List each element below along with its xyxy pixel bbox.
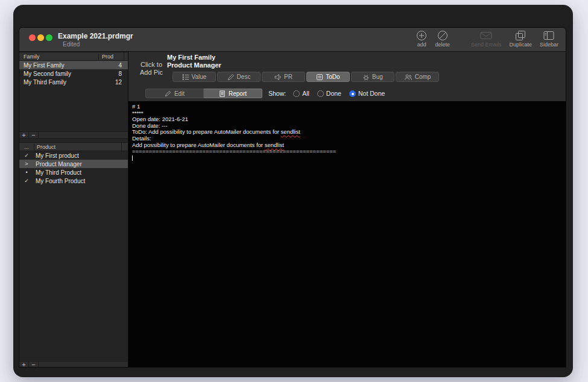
report-line-number: # 1: [132, 104, 561, 110]
family-prod-count: 12: [98, 79, 124, 86]
delete-button[interactable]: delete: [435, 30, 450, 48]
misspelled-word: sendlist: [281, 128, 300, 135]
sidebar-label: Sidebar: [540, 42, 558, 48]
duplicate-button[interactable]: Duplicate: [509, 30, 532, 48]
report-button[interactable]: Report: [204, 89, 262, 98]
main-panel: Click to Add Pic My First Family Product…: [128, 52, 566, 367]
todo-clipboard-icon: [316, 74, 323, 81]
product-status-marker: ✓: [19, 152, 34, 158]
prod-header-label: Prod: [98, 54, 124, 60]
window-edited-status: Edited: [63, 41, 80, 48]
device-frame: Example 2021.prdmgr Edited add delete: [13, 5, 573, 377]
minimize-button[interactable]: [37, 34, 44, 41]
family-name: My Second family: [19, 70, 98, 77]
pencil-icon: [227, 74, 235, 81]
category-tabs: Value Desc PR: [172, 72, 439, 82]
radio-circle: [293, 90, 300, 97]
show-filter-group: All Done Not Done: [293, 90, 385, 97]
radio-circle: [349, 90, 356, 97]
tab-label: ToDo: [326, 74, 340, 80]
edit-pencil-icon: [165, 90, 171, 97]
product-name: My First product: [34, 152, 128, 159]
bug-icon: [362, 74, 370, 81]
mode-row: Edit Report Show: All: [145, 89, 385, 98]
report-line-separator: ========================================…: [132, 148, 561, 155]
selected-family-title: My First Family: [167, 54, 215, 61]
sidebar-toggle-button[interactable]: Sidebar: [540, 30, 558, 48]
product-row[interactable]: ✓ My First product: [19, 151, 128, 160]
family-table-header: Family Prod: [19, 52, 128, 61]
product-row[interactable]: > Product Manager: [19, 160, 128, 168]
product-name: My Fourth Product: [34, 178, 128, 184]
product-status-marker: •: [19, 169, 34, 175]
tab-value[interactable]: Value: [172, 72, 216, 82]
report-text-area[interactable]: # 1 ***** Open date: 2021-6-21 Done date…: [128, 102, 566, 367]
radio-label: Done: [326, 90, 341, 97]
duplicate-label: Duplicate: [509, 42, 532, 48]
family-name: My First Family: [19, 62, 98, 69]
product-row[interactable]: ✓ My Fourth Product: [19, 177, 128, 185]
family-name: My Third Family: [19, 79, 98, 86]
radio-show-all[interactable]: All: [293, 90, 309, 97]
product-add-button[interactable]: +: [19, 362, 29, 368]
radio-label: Not Done: [358, 90, 385, 97]
radio-show-not-done[interactable]: Not Done: [349, 90, 385, 97]
report-line-stars: *****: [132, 110, 561, 117]
tab-todo[interactable]: ToDo: [306, 72, 350, 82]
edit-button[interactable]: Edit: [145, 89, 204, 98]
add-button[interactable]: add: [416, 30, 427, 48]
text-caret: [132, 155, 133, 161]
product-table-header: ... Product: [19, 142, 128, 151]
family-row[interactable]: My Second family 8: [19, 69, 128, 78]
title-bar: Example 2021.prdmgr Edited add delete: [19, 28, 566, 52]
family-prod-count: 8: [98, 70, 124, 77]
report-cursor-line: [132, 155, 561, 161]
app-window: Example 2021.prdmgr Edited add delete: [19, 27, 566, 368]
product-name: My Third Product: [34, 169, 128, 176]
tab-bug[interactable]: Bug: [351, 72, 394, 82]
envelope-icon: [480, 30, 492, 41]
product-header-label: Product: [34, 144, 121, 150]
zoom-button[interactable]: [46, 34, 52, 41]
family-header-label: Family: [19, 54, 98, 60]
show-filter-label: Show:: [268, 90, 286, 97]
sidebar: Family Prod My First Family 4 My Second …: [19, 52, 128, 368]
send-emails-label: Send Emails: [471, 42, 502, 48]
sidebar-icon: [543, 30, 554, 41]
send-emails-button[interactable]: Send Emails: [471, 30, 502, 48]
family-remove-button[interactable]: −: [29, 132, 39, 138]
duplicate-icon: [515, 30, 526, 41]
product-remove-button[interactable]: −: [29, 362, 39, 368]
close-button[interactable]: [29, 34, 36, 41]
product-table-footer: + −: [19, 361, 128, 368]
toolbar: add delete Send Emails: [416, 30, 558, 48]
product-table: ... Product ✓ My First product > Product…: [19, 142, 128, 185]
radio-show-done[interactable]: Done: [317, 90, 341, 97]
product-header-end: [121, 143, 128, 151]
report-line-open-date: Open date: 2021-6-21: [132, 116, 561, 123]
tab-comp[interactable]: Comp: [396, 72, 439, 82]
radio-circle: [317, 90, 324, 97]
edit-label: Edit: [174, 90, 185, 97]
tab-label: Comp: [415, 74, 431, 80]
megaphone-icon: [274, 74, 282, 81]
family-row[interactable]: My First Family 4: [19, 61, 128, 69]
tab-label: Value: [192, 74, 207, 80]
tab-label: Desc: [237, 74, 251, 80]
window-title: Example 2021.prdmgr: [58, 32, 133, 40]
marker-header-label: ...: [19, 144, 34, 150]
product-row[interactable]: • My Third Product: [19, 168, 128, 177]
people-icon: [404, 74, 413, 81]
product-name: Product Manager: [34, 161, 128, 168]
selected-product-title: Product Manager: [167, 61, 221, 69]
family-add-button[interactable]: +: [19, 132, 29, 138]
detail-header: Click to Add Pic My First Family Product…: [128, 52, 566, 102]
tab-pr[interactable]: PR: [262, 72, 305, 82]
value-list-icon: [182, 74, 189, 81]
tab-desc[interactable]: Desc: [217, 72, 261, 82]
report-label: Report: [229, 90, 247, 97]
family-row[interactable]: My Third Family 12: [19, 78, 128, 86]
report-line-todo: ToDo: Add possibility to prepare AutoMai…: [132, 129, 561, 136]
tab-label: Bug: [372, 74, 383, 80]
family-prod-count: 4: [98, 62, 124, 69]
